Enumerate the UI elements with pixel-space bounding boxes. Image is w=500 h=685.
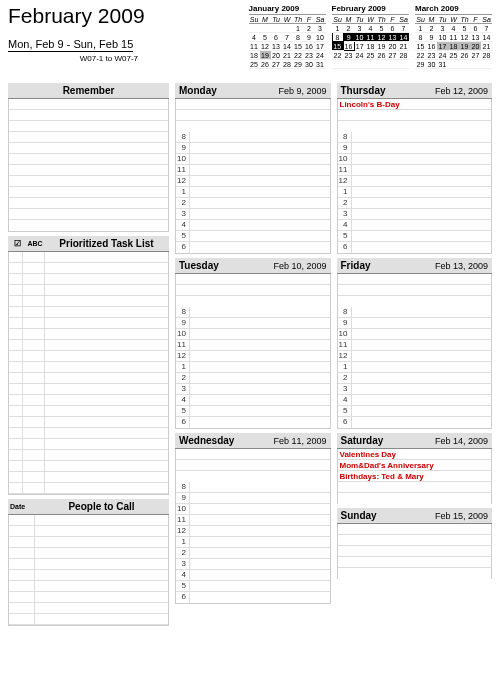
hour-row[interactable]: 1: [176, 187, 330, 198]
ptl-row[interactable]: [9, 373, 168, 384]
remember-row[interactable]: [9, 176, 168, 187]
hour-row[interactable]: 9: [176, 318, 330, 329]
hour-row[interactable]: 11: [176, 165, 330, 176]
hour-row[interactable]: 1: [338, 362, 492, 373]
hour-row[interactable]: 12: [176, 526, 330, 537]
event-row[interactable]: [176, 296, 330, 307]
hour-row[interactable]: 8: [338, 307, 492, 318]
hour-row[interactable]: 8: [176, 307, 330, 318]
hour-row[interactable]: 2: [176, 548, 330, 559]
hour-row[interactable]: 1: [176, 362, 330, 373]
remember-row[interactable]: [9, 165, 168, 176]
ptl-row[interactable]: [9, 318, 168, 329]
hour-row[interactable]: 2: [176, 373, 330, 384]
hour-row[interactable]: 4: [338, 395, 492, 406]
event-row[interactable]: [338, 274, 492, 285]
ppl-row[interactable]: [9, 559, 168, 570]
hour-row[interactable]: 5: [176, 406, 330, 417]
ptl-row[interactable]: [9, 450, 168, 461]
hour-row[interactable]: 4: [176, 570, 330, 581]
event-row[interactable]: [176, 121, 330, 132]
ptl-row[interactable]: [9, 439, 168, 450]
ptl-row[interactable]: [9, 417, 168, 428]
event-row[interactable]: [176, 110, 330, 121]
event-row[interactable]: [338, 110, 492, 121]
ppl-row[interactable]: [9, 570, 168, 581]
hour-area[interactable]: 89101112123456: [337, 132, 493, 254]
ppl-row[interactable]: [9, 515, 168, 526]
hour-row[interactable]: 6: [176, 242, 330, 253]
hour-row[interactable]: 10: [176, 329, 330, 340]
event-area[interactable]: [337, 274, 493, 307]
hour-row[interactable]: 12: [176, 351, 330, 362]
hour-row[interactable]: 12: [176, 176, 330, 187]
event-row[interactable]: [338, 121, 492, 132]
remember-row[interactable]: [9, 143, 168, 154]
hour-row[interactable]: 2: [338, 198, 492, 209]
hour-row[interactable]: 3: [176, 384, 330, 395]
hour-row[interactable]: 9: [338, 318, 492, 329]
ptl-row[interactable]: [9, 340, 168, 351]
hour-row[interactable]: 5: [338, 406, 492, 417]
hour-row[interactable]: 5: [176, 581, 330, 592]
hour-row[interactable]: 11: [176, 515, 330, 526]
hour-row[interactable]: 4: [176, 220, 330, 231]
hour-row[interactable]: 8: [176, 132, 330, 143]
remember-row[interactable]: [9, 121, 168, 132]
hour-row[interactable]: 9: [176, 493, 330, 504]
event-row[interactable]: [176, 285, 330, 296]
event-area[interactable]: [175, 99, 331, 132]
event-area[interactable]: [337, 524, 493, 579]
hour-row[interactable]: 8: [338, 132, 492, 143]
ppl-body[interactable]: [8, 515, 169, 626]
ptl-row[interactable]: [9, 307, 168, 318]
hour-row[interactable]: 5: [338, 231, 492, 242]
event-row[interactable]: [176, 460, 330, 471]
hour-row[interactable]: 1: [338, 187, 492, 198]
hour-row[interactable]: 4: [338, 220, 492, 231]
hour-row[interactable]: 10: [338, 154, 492, 165]
event-row[interactable]: [338, 482, 492, 493]
event-row[interactable]: [338, 493, 492, 504]
hour-row[interactable]: 3: [338, 384, 492, 395]
remember-area[interactable]: [8, 99, 169, 232]
hour-row[interactable]: 2: [338, 373, 492, 384]
event-area[interactable]: [175, 449, 331, 482]
hour-row[interactable]: 10: [176, 504, 330, 515]
hour-row[interactable]: 4: [176, 395, 330, 406]
ptl-row[interactable]: [9, 406, 168, 417]
hour-row[interactable]: 1: [176, 537, 330, 548]
event-row[interactable]: [176, 99, 330, 110]
ppl-row[interactable]: [9, 592, 168, 603]
hour-row[interactable]: 10: [176, 154, 330, 165]
ppl-row[interactable]: [9, 526, 168, 537]
remember-row[interactable]: [9, 209, 168, 220]
hour-row[interactable]: 3: [176, 209, 330, 220]
hour-row[interactable]: 6: [176, 417, 330, 428]
hour-row[interactable]: 6: [176, 592, 330, 603]
hour-row[interactable]: 9: [176, 143, 330, 154]
hour-row[interactable]: 12: [338, 351, 492, 362]
ptl-row[interactable]: [9, 428, 168, 439]
event-row[interactable]: [338, 535, 492, 546]
event-row[interactable]: [338, 546, 492, 557]
ptl-row[interactable]: [9, 263, 168, 274]
hour-row[interactable]: 11: [338, 340, 492, 351]
event-area[interactable]: Lincoln's B-Day: [337, 99, 493, 132]
hour-row[interactable]: 6: [338, 417, 492, 428]
ptl-row[interactable]: [9, 285, 168, 296]
event-row[interactable]: [176, 449, 330, 460]
ppl-row[interactable]: [9, 603, 168, 614]
hour-row[interactable]: 11: [176, 340, 330, 351]
ptl-row[interactable]: [9, 351, 168, 362]
event-row[interactable]: Mom&Dad's Anniversary: [338, 460, 492, 471]
ppl-row[interactable]: [9, 548, 168, 559]
remember-row[interactable]: [9, 154, 168, 165]
hour-area[interactable]: 89101112123456: [337, 307, 493, 429]
ptl-row[interactable]: [9, 483, 168, 494]
ptl-row[interactable]: [9, 395, 168, 406]
hour-row[interactable]: 3: [338, 209, 492, 220]
ptl-row[interactable]: [9, 472, 168, 483]
ppl-row[interactable]: [9, 614, 168, 625]
remember-row[interactable]: [9, 187, 168, 198]
